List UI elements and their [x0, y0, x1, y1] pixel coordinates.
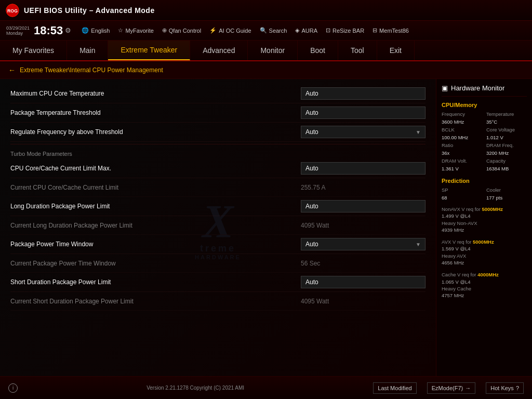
breadcrumb-text: Extreme Tweaker\Internal CPU Power Manag…: [20, 66, 163, 74]
day-value: Monday: [6, 31, 30, 36]
nav-bar: My Favorites Main Extreme Tweaker Advanc…: [0, 41, 532, 61]
cpu-memory-section: CPU/Memory Frequency Temperature 3600 MH…: [442, 102, 527, 171]
monitor-icon: ▣: [442, 84, 448, 92]
setting-pkg-pwr-time: Package Power Time Window Auto: [10, 235, 425, 254]
setting-label-reg-freq: Regulate Frequency by above Threshold: [10, 128, 301, 136]
prediction-title: Prediction: [442, 178, 527, 184]
aioc-label: AI OC Guide: [219, 28, 251, 34]
setting-input-max-cpu-temp[interactable]: Auto: [301, 87, 425, 100]
aura-button[interactable]: ◈ AURA: [295, 27, 317, 34]
aioc-button[interactable]: ⚡ AI OC Guide: [209, 27, 251, 34]
breadcrumb: ← Extreme Tweaker\Internal CPU Power Man…: [0, 61, 532, 79]
dram-volt-value: 1.361 V: [442, 166, 482, 171]
cpu-memory-title: CPU/Memory: [442, 102, 527, 108]
setting-value-cur-pkg-pwr-time: 56 Sec: [301, 260, 425, 267]
back-button[interactable]: ←: [8, 66, 16, 74]
setting-short-dur-pkg: Short Duration Package Power Limit Auto: [10, 273, 425, 292]
setting-cur-pkg-pwr-time: Current Package Power Time Window 56 Sec: [10, 254, 425, 273]
ratio-label: Ratio: [442, 142, 482, 148]
sp-label: SP: [442, 187, 482, 193]
setting-max-cpu-temp: Maximum CPU Core Temperature Auto: [10, 84, 425, 103]
nav-myfavorites[interactable]: My Favorites: [0, 41, 67, 60]
last-modified-button[interactable]: Last Modified: [373, 382, 416, 394]
myfavorite-label: MyFavorite: [125, 28, 153, 34]
setting-input-reg-freq[interactable]: Auto: [301, 126, 425, 138]
date-value: 03/29/2021: [6, 25, 30, 31]
footer-right: Last Modified EzMode(F7) → Hot Keys ?: [373, 382, 524, 394]
english-selector[interactable]: 🌐 English: [82, 27, 110, 34]
toolbar-icons: 🌐 English ☆ MyFavorite ⊕ Qfan Control ⚡ …: [82, 27, 409, 34]
setting-label-cpu-cache-limit: CPU Core/Cache Current Limit Max.: [10, 165, 301, 172]
setting-cur-short-dur: Current Short Duration Package Power Lim…: [10, 292, 425, 311]
core-volt-value: 1.012 V: [486, 135, 527, 140]
memtest-button[interactable]: ⊟ MemTest86: [373, 27, 409, 34]
setting-value-cur-long-dur: 4095 Watt: [301, 222, 425, 229]
resizebar-label: ReSize BAR: [332, 28, 364, 34]
resizebar-button[interactable]: ⊡ ReSize BAR: [326, 27, 364, 34]
top-bar: ROG UEFI BIOS Utility – Advanced Mode: [0, 0, 532, 21]
app-title: UEFI BIOS Utility – Advanced Mode: [24, 6, 155, 15]
capacity-value: 16384 MB: [486, 166, 527, 171]
setting-value-cur-short-dur: 4095 Watt: [301, 298, 425, 305]
nav-main[interactable]: Main: [67, 41, 108, 60]
rog-logo-area: ROG UEFI BIOS Utility – Advanced Mode: [5, 3, 155, 18]
nav-monitor[interactable]: Monitor: [248, 41, 298, 60]
search-button[interactable]: 🔍 Search: [260, 27, 287, 34]
nav-tool[interactable]: Tool: [338, 41, 377, 60]
setting-label-long-dur-pkg: Long Duration Package Power Limit: [10, 203, 301, 210]
setting-label-pkg-pwr-time: Package Power Time Window: [10, 241, 301, 248]
aura-label: AURA: [301, 28, 317, 34]
qfan-label: Qfan Control: [169, 28, 201, 34]
setting-cur-long-dur: Current Long Duration Package Power Limi…: [10, 216, 425, 235]
setting-input-pkg-pwr-time[interactable]: Auto: [301, 238, 425, 250]
setting-input-pkg-temp[interactable]: Auto: [301, 107, 425, 119]
turbo-section-header: Turbo Mode Parameters: [10, 147, 425, 159]
freq-value: 3600 MHz: [442, 119, 482, 125]
cooler-label: Cooler: [486, 187, 527, 193]
setting-input-short-dur-pkg[interactable]: Auto: [301, 276, 425, 288]
setting-cpu-cache-limit: CPU Core/Cache Current Limit Max. Auto: [10, 159, 425, 178]
rog-logo-icon: ROG: [5, 3, 20, 18]
english-label: English: [91, 28, 110, 34]
cpu-memory-grid: Frequency Temperature 3600 MHz 35°C BCLK…: [442, 111, 527, 171]
nonavx-entry: NonAVX V req for 5000MHz 1.499 V @L4 Hea…: [442, 205, 527, 234]
ezmode-label: EzMode(F7): [432, 385, 463, 391]
setting-input-long-dur-pkg[interactable]: Auto: [301, 200, 425, 212]
ai-icon: ⚡: [209, 27, 217, 34]
ezmode-button[interactable]: EzMode(F7) →: [427, 382, 476, 394]
settings-gear-icon[interactable]: ⚙: [65, 26, 71, 34]
setting-label-cur-short-dur: Current Short Duration Package Power Lim…: [10, 298, 301, 305]
setting-label-cur-long-dur: Current Long Duration Package Power Limi…: [10, 222, 301, 229]
nav-exit[interactable]: Exit: [377, 41, 415, 60]
svg-text:ROG: ROG: [7, 8, 18, 14]
date-display: 03/29/2021 Monday: [6, 25, 30, 36]
nav-boot[interactable]: Boot: [298, 41, 338, 60]
setting-label-short-dur-pkg: Short Duration Package Power Limit: [10, 278, 301, 286]
avx-entry: AVX V req for 5000MHz 1.569 V @L4 Heavy …: [442, 237, 527, 267]
sidebar-title: ▣ Hardware Monitor: [442, 84, 527, 97]
nav-advanced[interactable]: Advanced: [190, 41, 248, 60]
cooler-value: 177 pts: [486, 195, 527, 201]
core-volt-label: Core Voltage: [486, 127, 527, 132]
search-icon: 🔍: [260, 27, 267, 34]
nav-extremetweaker[interactable]: Extreme Tweaker: [108, 41, 190, 60]
hotkeys-button[interactable]: Hot Keys ?: [486, 382, 524, 394]
sidebar: ▣ Hardware Monitor CPU/Memory Frequency …: [436, 79, 532, 376]
resize-icon: ⊡: [326, 27, 330, 34]
hotkeys-question-icon: ?: [516, 385, 519, 391]
separator-1: [10, 144, 425, 144]
setting-label-cur-cpu-cache: Current CPU Core/Cache Current Limit: [10, 184, 301, 191]
setting-input-cpu-cache-limit[interactable]: Auto: [301, 162, 425, 175]
capacity-label: Capacity: [486, 158, 527, 164]
search-label: Search: [269, 28, 287, 34]
temp-label: Temperature: [486, 111, 527, 117]
datetime-bar: 03/29/2021 Monday 18:53 ⚙ 🌐 English ☆ My…: [0, 21, 532, 41]
last-modified-label: Last Modified: [378, 385, 411, 391]
info-icon[interactable]: i: [8, 383, 18, 393]
myfavorite-button[interactable]: ☆ MyFavorite: [118, 27, 153, 34]
bclk-label: BCLK: [442, 127, 482, 132]
dram-volt-label: DRAM Volt.: [442, 158, 482, 164]
prediction-sp-cooler: SP Cooler 68 177 pts: [442, 187, 527, 201]
time-display: 18:53: [34, 24, 63, 37]
qfan-button[interactable]: ⊕ Qfan Control: [162, 27, 201, 34]
